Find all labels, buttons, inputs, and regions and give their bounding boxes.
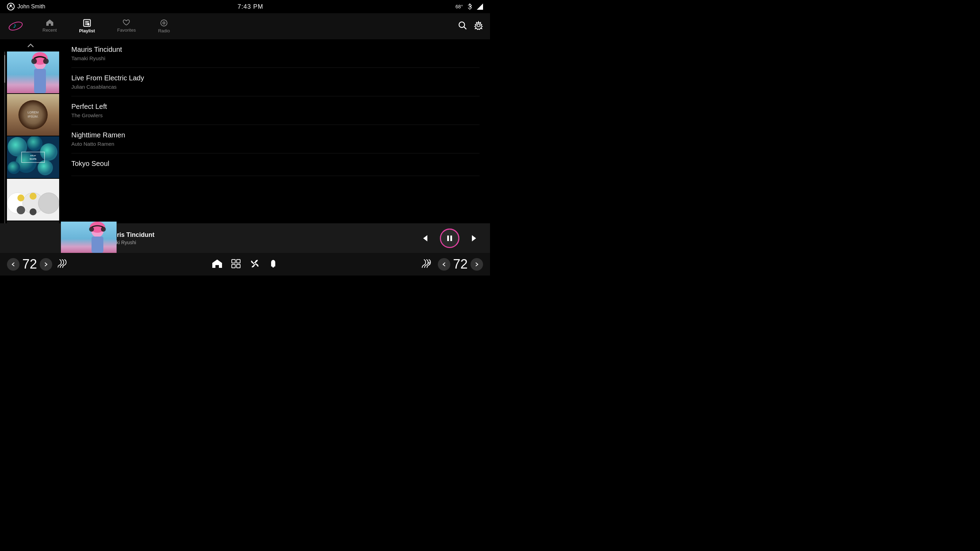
svg-rect-51	[232, 259, 235, 263]
main-area: LOREM IPSUM.	[0, 39, 490, 253]
svg-point-10	[477, 24, 480, 27]
heart-icon	[123, 19, 130, 26]
album-thumb-2[interactable]: LOREM IPSUM.	[7, 94, 59, 136]
status-right: 68°	[455, 3, 483, 10]
signal-icon	[477, 3, 483, 10]
app-logo: ♪	[7, 18, 24, 35]
search-icon	[458, 21, 467, 30]
prev-icon	[420, 233, 430, 243]
album-thumb-3[interactable]: coLor ShAPE	[7, 137, 59, 178]
temp-right-display: 72	[453, 257, 468, 272]
status-bar: John Smith 7:43 PM 68°	[0, 0, 490, 13]
gear-icon	[474, 21, 483, 30]
svg-point-27	[8, 161, 20, 174]
nav-tabs: Recent Playlist Favorites Radio	[38, 18, 458, 35]
song-artist-2: Julian Casablancas	[72, 84, 480, 90]
chevron-left-2-icon	[442, 262, 447, 267]
pause-button[interactable]	[440, 229, 460, 248]
svg-point-37	[42, 194, 49, 202]
playlist-icon	[83, 19, 91, 27]
album-thumb-4[interactable]	[7, 179, 59, 221]
sys-right: 72	[422, 257, 483, 272]
svg-text:IPSUM.: IPSUM.	[27, 115, 38, 118]
grid-button[interactable]	[231, 259, 241, 270]
svg-rect-53	[232, 264, 235, 268]
settings-button[interactable]	[474, 21, 483, 32]
svg-line-9	[464, 27, 466, 29]
tab-recent[interactable]: Recent	[38, 18, 61, 35]
svg-rect-46	[92, 237, 103, 253]
svg-text:♪: ♪	[13, 22, 16, 29]
now-playing-title: Mauris Tincidunt	[104, 231, 420, 239]
now-playing-info: Mauris Tincidunt Tamaki Ryushi	[104, 231, 420, 245]
temp-right-next-button[interactable]	[471, 258, 483, 271]
tab-radio[interactable]: Radio	[154, 18, 174, 35]
playlist-item-1[interactable]: Mauris Tincidunt Tamaki Ryushi	[72, 39, 480, 68]
next-track-button[interactable]	[470, 233, 480, 243]
svg-point-48	[101, 227, 106, 232]
user-avatar-icon	[7, 3, 14, 10]
svg-text:coLor: coLor	[30, 154, 36, 157]
system-bar: 72	[0, 253, 490, 275]
svg-point-47	[89, 227, 94, 232]
song-title-1: Mauris Tincidunt	[72, 46, 480, 54]
scroll-track	[4, 51, 5, 253]
temp-right-prev-button[interactable]	[438, 258, 450, 271]
svg-marker-1	[477, 3, 483, 10]
temperature-display: 68°	[455, 4, 463, 10]
svg-rect-14	[34, 69, 46, 93]
chevron-left-icon	[11, 262, 16, 267]
chevron-right-icon	[43, 262, 48, 267]
svg-rect-43	[61, 222, 116, 253]
song-title-5: Tokyo Seoul	[72, 160, 480, 168]
fan-button[interactable]	[250, 259, 260, 270]
home-sys-icon	[212, 259, 223, 268]
sys-center	[212, 259, 278, 270]
song-artist-4: Auto Natto Ramen	[72, 141, 480, 147]
song-title-2: Live From Electric Lady	[72, 74, 480, 82]
svg-rect-56	[271, 265, 275, 267]
playlist-item-5[interactable]: Tokyo Seoul	[72, 153, 480, 176]
now-playing-artist: Tamaki Ryushi	[104, 240, 420, 245]
svg-text:LOREM: LOREM	[27, 111, 39, 114]
tab-playlist[interactable]: Playlist	[75, 18, 99, 35]
search-button[interactable]	[458, 21, 467, 32]
svg-point-35	[18, 194, 24, 202]
svg-point-39	[30, 208, 37, 215]
svg-point-0	[10, 5, 12, 6]
svg-rect-54	[237, 264, 240, 268]
temp-left-prev-button[interactable]	[7, 258, 19, 271]
playlist-item-4[interactable]: Nighttime Ramen Auto Natto Ramen	[72, 125, 480, 153]
nav-right	[458, 21, 483, 32]
nav-bar: ♪ Recent Playlist Favorites	[0, 13, 490, 39]
chevron-right-2-icon	[474, 262, 479, 267]
bluetooth-icon	[467, 3, 473, 10]
home-sys-button[interactable]	[212, 259, 223, 270]
bell-icon	[269, 259, 278, 269]
svg-point-57	[428, 262, 431, 264]
bell-button[interactable]	[269, 259, 278, 270]
pause-icon	[447, 235, 453, 242]
scroll-up-button[interactable]	[0, 39, 61, 51]
song-artist-1: Tamaki Ryushi	[72, 55, 480, 61]
svg-point-15	[31, 59, 37, 64]
ac-icon	[422, 258, 432, 271]
song-title-3: Perfect Left	[72, 103, 480, 111]
status-time: 7:43 PM	[237, 3, 263, 10]
album-thumb-1[interactable]	[7, 51, 59, 93]
prev-track-button[interactable]	[420, 233, 430, 243]
svg-rect-52	[237, 259, 240, 263]
svg-point-7	[163, 22, 165, 24]
playlist-item-3[interactable]: Perfect Left The Growlers	[72, 96, 480, 125]
playlist-content: Mauris Tincidunt Tamaki Ryushi Live From…	[61, 39, 490, 253]
svg-point-16	[43, 59, 49, 64]
svg-point-8	[459, 22, 465, 27]
svg-point-34	[38, 193, 59, 214]
song-title-4: Nighttime Ramen	[72, 131, 480, 139]
status-left: John Smith	[7, 3, 45, 10]
tab-favorites[interactable]: Favorites	[113, 18, 140, 35]
temp-left-next-button[interactable]	[40, 258, 52, 271]
user-name: John Smith	[18, 3, 45, 10]
svg-point-55	[254, 263, 256, 265]
playlist-item-2[interactable]: Live From Electric Lady Julian Casablanc…	[72, 68, 480, 96]
